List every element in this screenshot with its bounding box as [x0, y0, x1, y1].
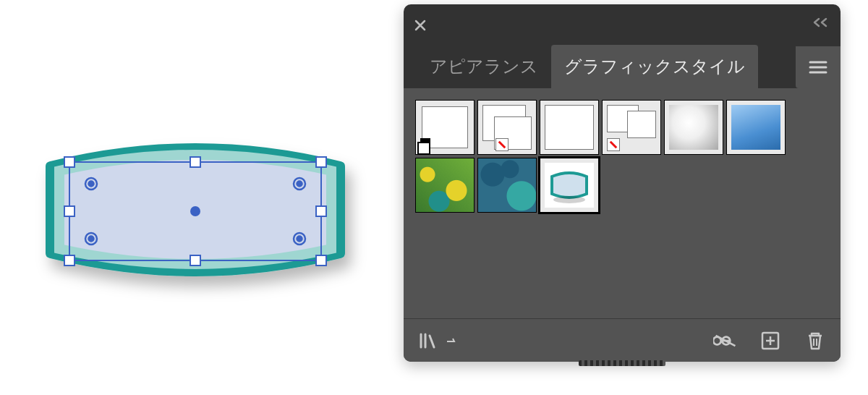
panel-footer [404, 318, 841, 362]
break-link-icon[interactable] [713, 328, 738, 353]
panel-tab-bar: アピアランス グラフィックスタイル [404, 46, 841, 88]
panel-header [404, 4, 841, 46]
svg-point-7 [297, 237, 302, 242]
selection-center-point [190, 206, 200, 216]
delete-style-icon[interactable] [803, 328, 827, 353]
svg-rect-9 [190, 157, 200, 167]
style-swatch-custom-teal[interactable] [540, 158, 599, 213]
style-swatch-grid [415, 100, 829, 213]
style-swatch-default[interactable] [415, 100, 475, 155]
svg-point-5 [89, 237, 94, 242]
new-style-icon[interactable] [758, 328, 783, 353]
svg-rect-15 [316, 255, 326, 266]
svg-rect-8 [64, 157, 75, 167]
panel-body [404, 88, 841, 318]
svg-rect-14 [190, 255, 200, 266]
tab-graphic-styles[interactable]: グラフィックスタイル [551, 45, 758, 88]
libraries-dropdown-icon[interactable] [444, 328, 457, 353]
libraries-icon[interactable] [417, 328, 441, 353]
tab-appearance[interactable]: アピアランス [417, 45, 551, 88]
svg-rect-10 [316, 157, 326, 167]
style-swatch-radial-gradient[interactable] [664, 100, 723, 155]
svg-point-16 [553, 196, 585, 203]
graphic-styles-panel: アピアランス グラフィックスタイル [404, 4, 841, 362]
svg-rect-12 [316, 206, 326, 216]
style-swatch-two-box[interactable] [602, 100, 661, 155]
canvas-artwork[interactable] [14, 109, 376, 326]
style-swatch-offset-rect[interactable] [477, 100, 537, 155]
panel-resize-grip[interactable] [579, 360, 665, 366]
style-swatch-plain-rect[interactable] [540, 100, 599, 155]
style-swatch-green-pattern[interactable] [415, 158, 475, 213]
style-swatch-blue-gradient[interactable] [726, 100, 786, 155]
close-icon[interactable] [412, 17, 428, 33]
collapse-icon[interactable] [812, 16, 829, 31]
panel-menu-icon[interactable] [796, 46, 841, 88]
svg-point-1 [89, 182, 94, 187]
style-swatch-blue-pattern[interactable] [477, 158, 537, 213]
svg-rect-13 [64, 255, 75, 266]
svg-point-3 [297, 182, 302, 187]
svg-rect-11 [64, 206, 75, 216]
